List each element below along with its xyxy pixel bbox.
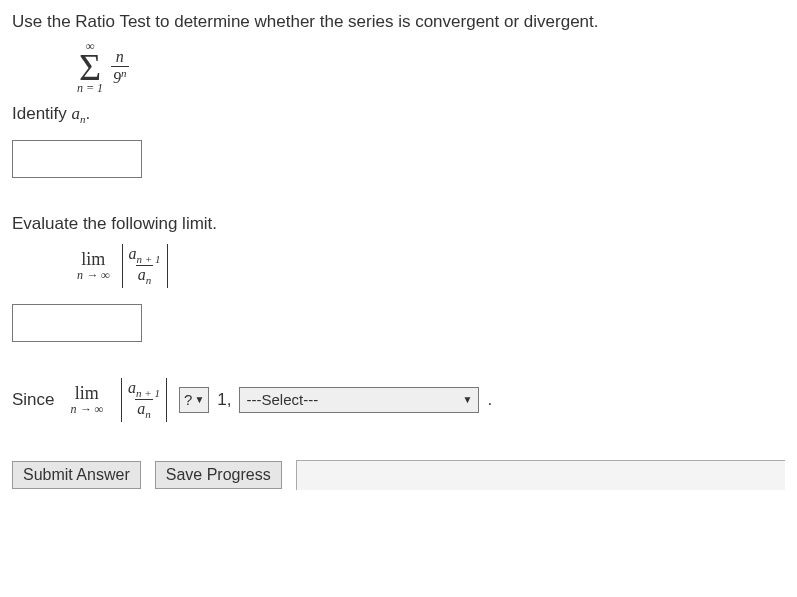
since-lim-symbol: lim <box>75 384 99 403</box>
comparison-select-value: ? <box>184 391 192 408</box>
button-row: Submit Answer Save Progress <box>12 460 785 490</box>
limit-value-input[interactable] <box>12 304 142 342</box>
identify-an-input[interactable] <box>12 140 142 178</box>
comparison-select[interactable]: ? ▼ <box>179 387 209 413</box>
abs-bar-right <box>167 244 168 288</box>
limit-expression: lim n → ∞ an + 1 an <box>77 244 785 288</box>
since-abs-bar-left <box>121 378 122 422</box>
lim-symbol: lim <box>81 250 105 269</box>
sigma-symbol: Σ <box>79 52 101 82</box>
since-label: Since <box>12 390 55 410</box>
ratio-numerator: an + 1 <box>127 245 163 265</box>
identify-label: Identify an. <box>12 104 785 125</box>
lim-subscript: n → ∞ <box>77 269 110 282</box>
work-area <box>296 460 785 490</box>
since-ratio-numerator: an + 1 <box>126 379 162 399</box>
since-conclusion-row: Since lim n → ∞ an + 1 an ? ▼ 1, ---Sele… <box>12 378 785 422</box>
problem-instruction: Use the Ratio Test to determine whether … <box>12 12 785 32</box>
chevron-down-icon: ▼ <box>194 394 204 405</box>
since-abs-bar-right <box>166 378 167 422</box>
fraction-denominator: 9n <box>111 66 129 87</box>
conclusion-select[interactable]: ---Select--- ▼ <box>239 387 479 413</box>
since-lim-subscript: n → ∞ <box>71 403 104 416</box>
fraction-numerator: n <box>114 48 126 66</box>
since-ratio-denominator: an <box>135 399 153 420</box>
submit-answer-button[interactable]: Submit Answer <box>12 461 141 489</box>
abs-bar-left <box>122 244 123 288</box>
sigma-lower-bound: n = 1 <box>77 82 103 94</box>
comparison-one-label: 1, <box>217 390 231 410</box>
series-expression: ∞ Σ n = 1 n 9n <box>77 40 785 94</box>
ratio-denominator: an <box>136 265 154 286</box>
conclusion-select-value: ---Select--- <box>246 391 318 408</box>
save-progress-button[interactable]: Save Progress <box>155 461 282 489</box>
chevron-down-icon: ▼ <box>463 394 473 405</box>
period-label: . <box>487 390 492 410</box>
series-fraction: n 9n <box>111 48 129 87</box>
evaluate-limit-prompt: Evaluate the following limit. <box>12 214 785 234</box>
